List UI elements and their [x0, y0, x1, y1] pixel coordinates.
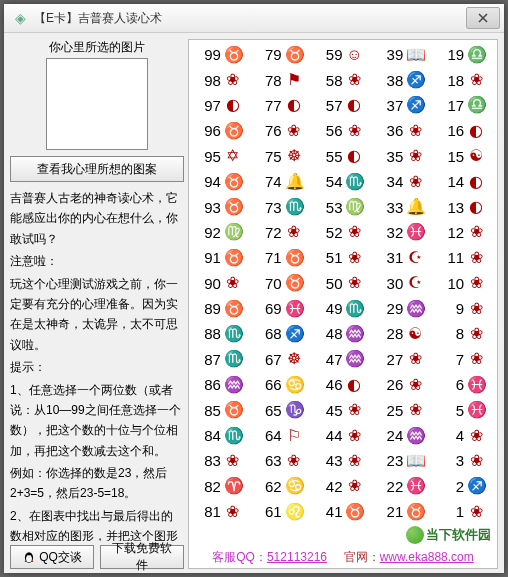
grid-cell: 90❀ [191, 271, 252, 296]
grid-cell: 19♎ [434, 42, 495, 67]
cell-symbol: ♐ [406, 72, 424, 88]
grid-cell: 87♏ [191, 347, 252, 372]
grid-cell: 22♓ [373, 474, 434, 499]
cell-number: 74 [262, 173, 282, 190]
cell-number: 51 [322, 249, 342, 266]
grid-cell: 63❀ [252, 448, 313, 473]
cell-symbol: ◐ [467, 123, 485, 139]
cell-number: 62 [262, 478, 282, 495]
cell-symbol: ♏ [345, 301, 363, 317]
titlebar: ◈ 【E卡】吉普赛人读心术 [4, 4, 504, 33]
cell-symbol: ❀ [406, 377, 424, 393]
cell-number: 77 [262, 97, 282, 114]
cell-number: 36 [383, 122, 403, 139]
cell-symbol: ♍ [345, 199, 363, 215]
grid-cell: 35❀ [373, 144, 434, 169]
cell-symbol: ♉ [285, 275, 303, 291]
grid-cell: 17♎ [434, 93, 495, 118]
cell-symbol: ♓ [467, 402, 485, 418]
cell-symbol: 🔔 [406, 199, 424, 215]
left-panel: 你心里所选的图片 查看我心理所想的图案 吉普赛人古老的神奇读心术，它能感应出你的… [10, 39, 184, 569]
cell-symbol: ❀ [467, 224, 485, 240]
cell-number: 54 [322, 173, 342, 190]
svg-point-5 [30, 556, 31, 557]
cell-symbol: ◐ [467, 174, 485, 190]
cell-number: 47 [322, 351, 342, 368]
reveal-button[interactable]: 查看我心理所想的图案 [10, 156, 184, 182]
cell-number: 35 [383, 148, 403, 165]
cell-symbol: ♏ [224, 326, 242, 342]
cell-symbol: ♋ [285, 478, 303, 494]
cell-number: 71 [262, 249, 282, 266]
grid-cell: 10❀ [434, 271, 495, 296]
cell-number: 79 [262, 46, 282, 63]
grid-cell: 75☸ [252, 144, 313, 169]
cell-symbol: ✡ [224, 148, 242, 164]
cell-symbol: ☪ [406, 250, 424, 266]
cell-number: 6 [444, 376, 464, 393]
cell-number: 31 [383, 249, 403, 266]
cell-symbol: ❀ [285, 453, 303, 469]
cell-number: 10 [444, 275, 464, 292]
cell-number: 67 [262, 351, 282, 368]
kefu-qq-link[interactable]: 512113216 [267, 550, 327, 564]
grid-cell: 72❀ [252, 220, 313, 245]
cell-symbol: ◐ [345, 148, 363, 164]
cell-number: 66 [262, 376, 282, 393]
cell-symbol: ◐ [467, 199, 485, 215]
grid-cell: 73♏ [252, 194, 313, 219]
cell-number: 56 [322, 122, 342, 139]
cell-number: 18 [444, 72, 464, 89]
cell-number: 93 [201, 199, 221, 216]
grid-cell: 7❀ [434, 347, 495, 372]
grid-cell: 32♓ [373, 220, 434, 245]
cell-number: 49 [322, 300, 342, 317]
grid-cell: 92♍ [191, 220, 252, 245]
cell-number: 15 [444, 148, 464, 165]
instruction-line: 提示： [10, 357, 184, 377]
grid-cell: 61♌ [252, 499, 313, 524]
cell-symbol: ♒ [345, 351, 363, 367]
download-button[interactable]: 下载免费软件 [100, 545, 184, 569]
grid-cell: 37♐ [373, 93, 434, 118]
cell-number: 5 [444, 402, 464, 419]
cell-symbol: ♉ [224, 174, 242, 190]
cell-number: 68 [262, 325, 282, 342]
kefu-label: 客服QQ： [212, 550, 267, 564]
cell-symbol: 🔔 [285, 174, 303, 190]
cell-symbol: ❀ [345, 250, 363, 266]
chosen-image-box [46, 58, 148, 150]
grid-cell: 79♉ [252, 42, 313, 67]
grid-cell: 45❀ [313, 397, 374, 422]
cell-number: 55 [322, 148, 342, 165]
cell-symbol: ♒ [406, 428, 424, 444]
cell-number: 4 [444, 427, 464, 444]
grid-cell: 47♒ [313, 347, 374, 372]
svg-point-1 [26, 555, 32, 562]
cell-number: 11 [444, 249, 464, 266]
cell-number: 24 [383, 427, 403, 444]
cell-number: 63 [262, 452, 282, 469]
grid-cell: 91♉ [191, 245, 252, 270]
cell-number: 98 [201, 72, 221, 89]
cell-symbol: ♈ [224, 478, 242, 494]
qq-chat-button[interactable]: QQ交谈 [10, 545, 94, 569]
grid-cell: 36❀ [373, 118, 434, 143]
cell-number: 99 [201, 46, 221, 63]
guan-url-link[interactable]: www.eka888.com [380, 550, 474, 564]
svg-point-6 [28, 557, 30, 558]
cell-number: 14 [444, 173, 464, 190]
cell-number: 22 [383, 478, 403, 495]
cell-symbol: ☸ [285, 351, 303, 367]
cell-symbol: ❀ [467, 275, 485, 291]
cell-symbol: ♉ [224, 47, 242, 63]
grid-cell: 30☪ [373, 271, 434, 296]
close-button[interactable] [466, 7, 500, 29]
cell-symbol: ◐ [345, 377, 363, 393]
cell-symbol: ♒ [406, 301, 424, 317]
grid-cell: 8❀ [434, 321, 495, 346]
cell-number: 2 [444, 478, 464, 495]
grid-cell: 3❀ [434, 448, 495, 473]
cell-symbol: ♍ [224, 224, 242, 240]
cell-number: 38 [383, 72, 403, 89]
